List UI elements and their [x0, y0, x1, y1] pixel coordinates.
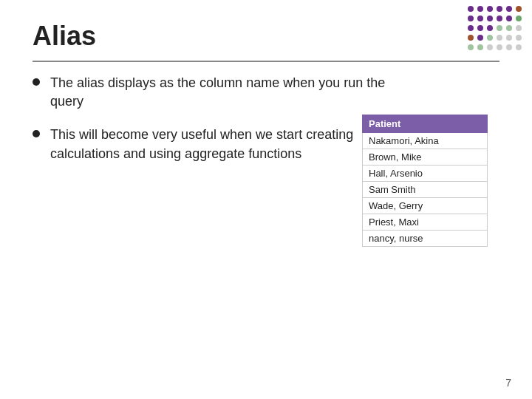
decorative-dot [506, 44, 512, 50]
decorative-dot [477, 16, 483, 21]
bullet-content: The alias displays as the column name wh… [33, 74, 387, 178]
decorative-dot [497, 6, 502, 12]
table-cell-patient: Nakamori, Akina [363, 133, 488, 149]
decorative-dot [487, 44, 493, 50]
decorative-dot [487, 25, 493, 31]
bullet-dot-1 [33, 78, 40, 86]
table-row: nancy, nurse [363, 231, 488, 247]
decorative-dot [506, 25, 512, 31]
decorative-dot [468, 16, 474, 21]
bullet-item-2: This will become very useful when we sta… [33, 126, 387, 163]
table-row: Wade, Gerry [363, 198, 488, 214]
decorative-dot [487, 35, 493, 41]
decorative-dot [516, 6, 522, 12]
table-row: Hall, Arsenio [363, 166, 488, 182]
bullet-dot-2 [33, 130, 40, 137]
bullet-text-2: This will become very useful when we sta… [50, 126, 387, 163]
page-number: 7 [505, 377, 511, 389]
decorative-dot [487, 16, 493, 21]
table-cell-patient: nancy, nurse [363, 231, 488, 247]
table-row: Brown, Mike [363, 149, 488, 166]
bullet-text-1: The alias displays as the column name wh… [50, 74, 387, 111]
decorative-dot [477, 25, 483, 31]
decorative-dot [487, 6, 493, 12]
decorative-dot [477, 6, 483, 12]
decorative-dot [516, 16, 522, 21]
table-row: Priest, Maxi [363, 214, 488, 231]
table-header-patient: Patient [363, 115, 488, 133]
decorative-dot [477, 44, 483, 50]
decorative-dot [497, 25, 502, 31]
title-divider [33, 61, 499, 62]
decorative-dot [506, 35, 512, 41]
table-row: Nakamori, Akina [363, 133, 488, 149]
table-cell-patient: Sam Smith [363, 182, 488, 198]
decorative-dot [468, 25, 474, 31]
slide-title: Alias [33, 21, 96, 52]
bullet-item-1: The alias displays as the column name wh… [33, 74, 387, 111]
patient-table-wrap: Patient Nakamori, AkinaBrown, MikeHall, … [362, 115, 488, 247]
decorative-dot [468, 44, 474, 50]
decorative-dot [477, 35, 483, 41]
decorative-dot [516, 44, 522, 50]
table-cell-patient: Wade, Gerry [363, 198, 488, 214]
decorative-dot [497, 16, 502, 21]
decorative-dot [468, 6, 474, 12]
decorative-dot [497, 35, 502, 41]
decorative-dot [506, 16, 512, 21]
decorative-dot-grid [468, 6, 523, 52]
decorative-dot [516, 35, 522, 41]
decorative-dot [497, 44, 502, 50]
table-cell-patient: Priest, Maxi [363, 214, 488, 231]
table-cell-patient: Brown, Mike [363, 149, 488, 166]
decorative-dot [506, 6, 512, 12]
table-cell-patient: Hall, Arsenio [363, 166, 488, 182]
decorative-dot [468, 35, 474, 41]
patient-table: Patient Nakamori, AkinaBrown, MikeHall, … [362, 115, 488, 247]
decorative-dot [516, 25, 522, 31]
table-row: Sam Smith [363, 182, 488, 198]
